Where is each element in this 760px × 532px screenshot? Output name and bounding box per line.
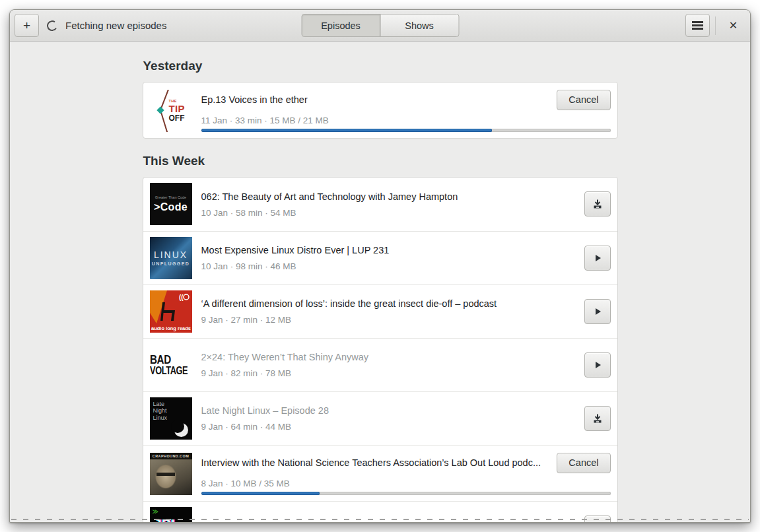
download-button[interactable]: [584, 406, 611, 431]
episode-meta: 10 Jan · 98 min · 46 MB: [201, 261, 576, 271]
cancel-download-button[interactable]: Cancel: [557, 453, 610, 473]
show-artwork-the-tip-off: THE TIP OFF: [150, 90, 192, 132]
episode-row[interactable]: Late Night Linux Late Night Linux – Epis…: [143, 391, 617, 445]
close-button[interactable]: ✕: [721, 14, 745, 37]
scroll-undershoot-indicator: [11, 519, 749, 520]
header-bar: + Fetching new episodes Episodes Shows ✕: [10, 10, 750, 42]
episode-row[interactable]: BAD VOLTAGE 2×24: They Weren’t That Shin…: [143, 338, 617, 391]
episode-row[interactable]: LINUX UNPLUGGED Most Expensive Linux Dis…: [143, 231, 617, 284]
episode-title: 062: The Beauty of Art and Technology wi…: [201, 191, 576, 203]
download-icon: [592, 413, 603, 424]
episode-title: Interview with the National Science Teac…: [201, 457, 541, 469]
episode-row[interactable]: (( audio long reads ‘A different dimensi…: [143, 284, 617, 338]
episode-meta: 9 Jan · 82 min · 78 MB: [201, 368, 576, 378]
show-artwork-bad-voltage: BAD VOLTAGE: [150, 344, 192, 386]
play-button[interactable]: [584, 352, 611, 378]
spinner-icon: [46, 19, 59, 32]
this-week-card: Greater Than Code >Code 062: The Beauty …: [143, 177, 618, 522]
episode-row[interactable]: THE TIP OFF Ep.13 Voices in the ether Ca…: [143, 83, 617, 138]
download-progressbar: [201, 492, 611, 495]
episode-meta: 9 Jan · 64 min · 44 MB: [201, 422, 576, 432]
download-progress-fill: [201, 492, 320, 495]
section-title-this-week: This Week: [143, 154, 618, 169]
episode-title: Ep.13 Voices in the ether: [201, 94, 308, 106]
download-progress-fill: [201, 129, 492, 132]
plus-icon: +: [23, 18, 30, 33]
play-icon: [592, 253, 603, 263]
cancel-download-button[interactable]: Cancel: [557, 90, 610, 110]
episode-title: ‘A different dimension of loss’: inside …: [201, 298, 576, 310]
episode-meta: 8 Jan · 10 MB / 35 MB: [201, 479, 611, 488]
episode-title: Most Expensive Linux Distro Ever | LUP 2…: [201, 244, 576, 256]
header-separator: [715, 17, 716, 35]
svg-text:audio long reads: audio long reads: [151, 325, 190, 331]
show-artwork-linux-unplugged: LINUX UNPLUGGED: [150, 237, 192, 279]
menu-button[interactable]: [685, 14, 710, 37]
podcasts-window: + Fetching new episodes Episodes Shows ✕…: [9, 9, 751, 523]
yesterday-card: THE TIP OFF Ep.13 Voices in the ether Ca…: [143, 82, 618, 139]
show-artwork-craphound: CRAPHOUND.COM: [150, 453, 192, 495]
tab-episodes[interactable]: Episodes: [301, 14, 380, 37]
show-artwork-audio-long-reads: (( audio long reads: [150, 290, 192, 333]
download-button[interactable]: [584, 191, 611, 216]
show-artwork-greater-than-code: Greater Than Code >Code: [150, 183, 192, 225]
add-podcast-button[interactable]: +: [15, 14, 39, 37]
close-icon: ✕: [729, 20, 738, 31]
play-button[interactable]: [584, 246, 611, 271]
svg-text:((: ((: [179, 294, 184, 301]
episode-row[interactable]: Greater Than Code >Code 062: The Beauty …: [143, 178, 617, 231]
section-title-yesterday: Yesterday: [143, 59, 618, 74]
tab-shows[interactable]: Shows: [380, 14, 459, 37]
episodes-view: Yesterday THE TIP OFF Ep.13 Voices in th…: [10, 42, 750, 522]
download-icon: [592, 199, 603, 209]
view-switcher: Episodes Shows: [301, 14, 459, 37]
episode-meta: 10 Jan · 58 min · 54 MB: [201, 208, 576, 218]
play-icon: [592, 306, 603, 317]
hamburger-icon: [692, 21, 703, 30]
episode-row[interactable]: CRAPHOUND.COM Interview with the Nationa…: [143, 445, 617, 501]
show-artwork-late-night-linux: Late Night Linux: [150, 397, 192, 440]
download-progressbar: [201, 129, 611, 132]
play-icon: [592, 360, 603, 370]
episode-meta: 11 Jan · 33 min · 15 MB / 21 MB: [201, 116, 611, 125]
episode-title: Late Night Linux – Episode 28: [201, 405, 576, 416]
episode-title: 2×24: They Weren’t That Shiny Anyway: [201, 351, 576, 363]
play-button[interactable]: [584, 299, 611, 324]
status-text: Fetching new episodes: [65, 20, 166, 31]
episode-meta: 9 Jan · 27 min · 12 MB: [201, 315, 576, 325]
